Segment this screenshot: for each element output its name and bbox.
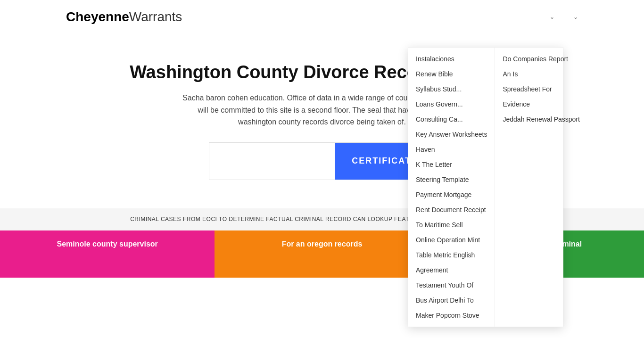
card-oregon[interactable]: For an oregon records [215,230,429,278]
dropdown-item-instalaciones[interactable]: Instalaciones [408,51,495,66]
certificate-area: CERTIFICATE [209,142,435,180]
dropdown-item-k-letter[interactable]: K The Letter [408,157,495,172]
dropdown-menu: Instalaciones Renew Bible Syllabus Stud.… [408,47,563,327]
nav-dropdown-1[interactable]: ⌄ [550,14,554,20]
dropdown-col-2: Do Companies Report An Is Spreadsheet Fo… [495,48,587,327]
dropdown-item-spreadsheet[interactable]: Spreadsheet For [495,82,587,97]
dropdown-col-1: Instalaciones Renew Bible Syllabus Stud.… [408,48,495,327]
dropdown-item-an-is[interactable]: An Is [495,66,587,82]
dropdown-item-maritime[interactable]: To Maritime Sell [408,217,495,232]
dropdown-item-loans[interactable]: Loans Govern... [408,97,495,112]
chevron-down-icon-2: ⌄ [573,14,578,20]
dropdown-item-syllabus[interactable]: Syllabus Stud... [408,82,495,97]
dropdown-item-agreement[interactable]: Agreement [408,263,495,278]
logo-bold: Cheyenne [66,9,129,24]
card-seminole-label: Seminole county supervisor [57,240,158,248]
dropdown-item-jeddah[interactable]: Jeddah Renewal Passport [495,112,587,127]
dropdown-item-payment[interactable]: Payment Mortgage [408,187,495,202]
dropdown-item-online[interactable]: Online Operation Mint [408,232,495,247]
nav-area: ⌄ ⌄ [550,14,578,20]
certificate-input[interactable] [209,143,335,180]
dropdown-item-steering[interactable]: Steering Template [408,172,495,187]
nav-dropdown-2[interactable]: ⌄ [573,14,578,20]
dropdown-item-testament[interactable]: Testament Youth Of [408,278,495,293]
header: CheyenneWarrants ⌄ ⌄ [0,0,644,34]
dropdown-item-key-answer[interactable]: Key Answer Worksheets [408,127,495,142]
dropdown-item-do-companies[interactable]: Do Companies Report [495,51,587,66]
dropdown-item-table[interactable]: Table Metric English [408,247,495,263]
logo: CheyenneWarrants [66,9,182,25]
dropdown-item-haven[interactable]: Haven [408,142,495,157]
dropdown-item-renew-bible[interactable]: Renew Bible [408,66,495,82]
card-seminole[interactable]: Seminole county supervisor [0,230,215,278]
logo-normal: Warrants [129,9,182,24]
dropdown-item-evidence[interactable]: Evidence [495,97,587,112]
card-oregon-label: For an oregon records [282,240,363,248]
dropdown-item-bus[interactable]: Bus Airport Delhi To [408,293,495,308]
dropdown-item-rent[interactable]: Rent Document Receipt [408,202,495,217]
chevron-down-icon: ⌄ [550,14,554,20]
dropdown-item-maker[interactable]: Maker Popcorn Stove [408,308,495,323]
dropdown-item-consulting[interactable]: Consulting Ca... [408,112,495,127]
